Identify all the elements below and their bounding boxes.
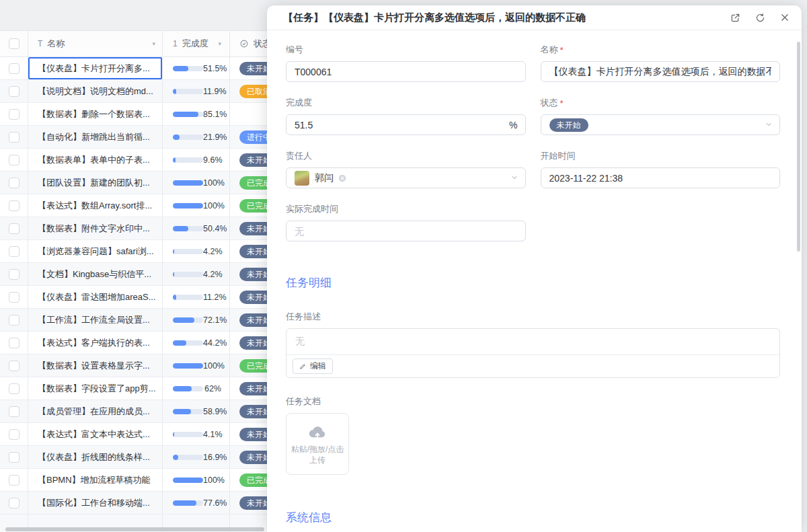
- table-row[interactable]: 【数据表】附件文字水印中...50.4%未开始: [0, 217, 282, 240]
- completion-cell[interactable]: 51.5%: [163, 57, 230, 79]
- row-checkbox[interactable]: [9, 200, 20, 211]
- table-row[interactable]: 【数据表单】表单中的子表...9.6%未开始: [0, 149, 282, 172]
- completion-cell[interactable]: 62%: [163, 377, 230, 400]
- completion-cell[interactable]: 4.2%: [163, 240, 230, 262]
- row-checkbox[interactable]: [9, 338, 20, 348]
- task-name-cell[interactable]: 【成员管理】在应用的成员...: [28, 400, 163, 422]
- task-name-cell[interactable]: 【数据表】字段设置了app剪...: [28, 377, 163, 400]
- task-name-cell[interactable]: 【数据表】删除一个数据表...: [28, 103, 163, 125]
- completion-cell[interactable]: 11.2%: [163, 286, 230, 308]
- actual-finish-field[interactable]: [286, 221, 526, 241]
- row-checkbox[interactable]: [9, 315, 20, 326]
- table-row[interactable]: 【数据表】设置表格显示字...100%已完成: [0, 354, 282, 377]
- table-row[interactable]: 【成员管理】在应用的成员...58.9%未开始: [0, 400, 282, 423]
- row-checkbox[interactable]: [9, 498, 20, 508]
- upload-dropzone[interactable]: 粘贴/拖放/点击 上传: [286, 413, 349, 475]
- row-checkbox[interactable]: [9, 452, 20, 463]
- completion-cell[interactable]: 100%: [163, 469, 230, 491]
- table-row[interactable]: 【仪表盘】折线图的线条样...16.9%未开始: [0, 446, 282, 469]
- completion-cell[interactable]: 44.2%: [163, 332, 230, 354]
- select-all-checkbox[interactable]: [9, 38, 20, 49]
- refresh-icon[interactable]: [755, 13, 765, 23]
- task-name-cell[interactable]: 【工作流】工作流全局设置...: [28, 309, 163, 331]
- completion-cell[interactable]: 9.6%: [163, 149, 230, 171]
- task-name-cell[interactable]: 【文档】Kingbase与织信平...: [28, 263, 163, 285]
- assignee-select[interactable]: 郭闫: [286, 167, 526, 188]
- completion-cell[interactable]: 77.6%: [163, 492, 230, 514]
- task-name-cell[interactable]: 【仪表盘】雷达图增加areaS...: [28, 286, 163, 308]
- column-header-name[interactable]: T 名称 ▾: [28, 31, 163, 56]
- row-checkbox[interactable]: [9, 406, 20, 417]
- completion-cell[interactable]: 21.9%: [163, 126, 230, 148]
- status-select[interactable]: 未开始: [541, 114, 781, 135]
- completion-cell[interactable]: 50.4%: [163, 217, 230, 239]
- completion-cell[interactable]: 100%: [163, 354, 230, 377]
- task-name-cell[interactable]: 【数据表单】表单中的子表...: [28, 149, 163, 171]
- task-name-cell[interactable]: 【仪表盘】卡片打开分离多...: [28, 57, 163, 79]
- completion-cell[interactable]: 72.1%: [163, 309, 230, 331]
- row-checkbox[interactable]: [9, 109, 20, 120]
- table-row[interactable]: 【数据表】字段设置了app剪...62%未开始: [0, 377, 282, 400]
- completion-cell[interactable]: 11.9%: [163, 80, 230, 102]
- task-name-cell[interactable]: 【国际化】工作台和移动端...: [28, 492, 163, 514]
- completion-field[interactable]: 51.5 %: [286, 114, 526, 135]
- row-checkbox[interactable]: [9, 383, 20, 394]
- column-header-completion[interactable]: 1 完成度 ▾: [163, 31, 230, 56]
- table-row[interactable]: 【浏览器兼容问题】safari浏...4.2%未开始: [0, 240, 282, 263]
- row-checkbox[interactable]: [9, 429, 20, 440]
- start-time-field[interactable]: [541, 167, 781, 188]
- completion-cell[interactable]: 4.2%: [163, 263, 230, 285]
- row-checkbox[interactable]: [9, 86, 20, 97]
- row-checkbox[interactable]: [9, 246, 20, 257]
- vertical-scrollbar[interactable]: [797, 42, 800, 252]
- row-checkbox[interactable]: [9, 223, 20, 234]
- row-checkbox[interactable]: [9, 269, 20, 280]
- chevron-down-icon[interactable]: ▾: [218, 40, 221, 47]
- row-checkbox[interactable]: [9, 360, 20, 371]
- table-row[interactable]: 【说明文档】说明文档的md...11.9%已取消: [0, 80, 282, 103]
- remove-assignee-icon[interactable]: [338, 174, 347, 183]
- task-name-cell[interactable]: 【数据表】附件文字水印中...: [28, 217, 163, 239]
- description-field[interactable]: 无 编辑: [286, 328, 780, 378]
- row-checkbox[interactable]: [9, 63, 20, 74]
- table-row[interactable]: 【仪表盘】卡片打开分离多...51.5%未开始: [0, 57, 282, 80]
- completion-cell[interactable]: 85.1%: [163, 103, 230, 125]
- open-in-new-icon[interactable]: [730, 13, 740, 23]
- row-checkbox[interactable]: [9, 475, 20, 486]
- task-name-cell[interactable]: 【表达式】数组Array.sort排...: [28, 194, 163, 217]
- table-row[interactable]: 【BPMN】增加流程草稿功能100%已完成: [0, 469, 282, 492]
- name-field[interactable]: [541, 61, 781, 82]
- table-row[interactable]: 【文档】Kingbase与织信平...4.2%未开始: [0, 263, 282, 286]
- task-name-cell[interactable]: 【自动化】新增跳出当前循...: [28, 126, 163, 148]
- table-row[interactable]: 【仪表盘】雷达图增加areaS...11.2%未开始: [0, 286, 282, 309]
- task-name-cell[interactable]: 【数据表】设置表格显示字...: [28, 354, 163, 377]
- task-name-cell[interactable]: 【BPMN】增加流程草稿功能: [28, 469, 163, 491]
- task-name-cell[interactable]: 【表达式】客户端执行的表...: [28, 332, 163, 354]
- number-field[interactable]: [286, 61, 526, 82]
- row-checkbox[interactable]: [9, 178, 20, 188]
- row-checkbox[interactable]: [9, 292, 20, 303]
- horizontal-scrollbar[interactable]: [5, 527, 264, 531]
- task-name-cell[interactable]: 【说明文档】说明文档的md...: [28, 80, 163, 102]
- table-row[interactable]: 【自动化】新增跳出当前循...21.9%进行中: [0, 126, 282, 149]
- table-row[interactable]: 【表达式】数组Array.sort排...100%已完成: [0, 194, 282, 217]
- table-row[interactable]: 【数据表】删除一个数据表...85.1%: [0, 103, 282, 126]
- chevron-down-icon[interactable]: ▾: [152, 40, 155, 47]
- table-row[interactable]: 【表达式】客户端执行的表...44.2%未开始: [0, 332, 282, 354]
- completion-cell[interactable]: 100%: [163, 172, 230, 194]
- table-row[interactable]: 【国际化】工作台和移动端...77.6%未开始: [0, 492, 282, 515]
- completion-cell[interactable]: 100%: [163, 194, 230, 217]
- task-name-cell[interactable]: 【团队设置】新建的团队初...: [28, 172, 163, 194]
- table-row[interactable]: 【表达式】富文本中表达式...4.1%未开始: [0, 423, 282, 446]
- completion-cell[interactable]: 58.9%: [163, 400, 230, 422]
- task-name-cell[interactable]: 【浏览器兼容问题】safari浏...: [28, 240, 163, 262]
- table-row[interactable]: 【团队设置】新建的团队初...100%已完成: [0, 172, 282, 194]
- close-icon[interactable]: [780, 13, 790, 22]
- task-name-cell[interactable]: 【仪表盘】折线图的线条样...: [28, 446, 163, 468]
- row-checkbox[interactable]: [9, 155, 20, 165]
- edit-description-button[interactable]: 编辑: [293, 358, 333, 374]
- table-row[interactable]: 【工作流】工作流全局设置...72.1%未开始: [0, 309, 282, 332]
- row-checkbox[interactable]: [9, 132, 20, 143]
- task-name-cell[interactable]: 【表达式】富文本中表达式...: [28, 423, 163, 445]
- completion-cell[interactable]: 4.1%: [163, 423, 230, 445]
